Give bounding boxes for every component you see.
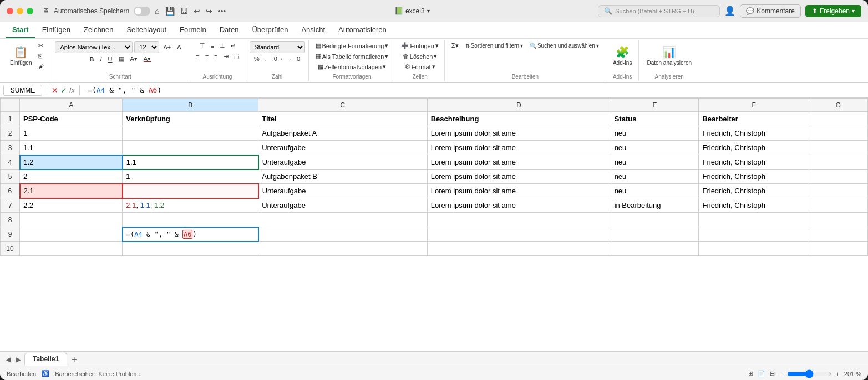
- zoom-slider[interactable]: [787, 369, 831, 378]
- cell-E4[interactable]: neu: [611, 155, 699, 170]
- delete-cells-button[interactable]: 🗑 Löschen ▾: [400, 52, 440, 61]
- tab-draw[interactable]: Zeichnen: [77, 22, 120, 38]
- cell-B5[interactable]: 1: [123, 170, 258, 184]
- bold-button[interactable]: B: [88, 55, 97, 64]
- dropdown-icon[interactable]: ▾: [427, 8, 430, 14]
- number-format-select[interactable]: Standard: [250, 41, 305, 53]
- align-middle-button[interactable]: ≡: [209, 42, 216, 50]
- cell-G8[interactable]: [809, 213, 868, 227]
- undo-icon[interactable]: ↩: [194, 7, 200, 16]
- copy-button[interactable]: ⎘: [36, 52, 47, 60]
- cell-A10[interactable]: [20, 242, 123, 256]
- cell-styles-button[interactable]: ▩ Zellenformatvorlagen ▾: [316, 62, 388, 71]
- tab-insert[interactable]: Einfügen: [35, 22, 77, 38]
- comma-button[interactable]: ,: [263, 54, 269, 63]
- cell-D1[interactable]: Beschreibung: [427, 112, 611, 126]
- cancel-formula-icon[interactable]: ✕: [52, 86, 58, 95]
- merge-button[interactable]: ⬚: [232, 52, 241, 60]
- tab-view[interactable]: Ansicht: [295, 22, 332, 38]
- name-box[interactable]: [3, 85, 42, 96]
- cell-G6[interactable]: [809, 184, 868, 198]
- fill-color-button[interactable]: A▾: [128, 54, 140, 64]
- cell-E2[interactable]: neu: [611, 126, 699, 141]
- share-button[interactable]: ⬆ Freigeben ▾: [805, 5, 861, 17]
- find-select-button[interactable]: 🔍 Suchen und auswählen ▾: [527, 42, 601, 50]
- save-icon[interactable]: 💾: [165, 7, 175, 16]
- increase-decimal-button[interactable]: .0→: [270, 54, 286, 63]
- indent-button[interactable]: ⇥: [221, 52, 231, 61]
- align-bottom-button[interactable]: ⊥: [217, 41, 227, 50]
- cell-B2[interactable]: [123, 126, 258, 141]
- cell-G1[interactable]: [809, 112, 868, 126]
- search-bar[interactable]: 🔍 Suchen (Befehl + STRG + U): [598, 5, 720, 17]
- col-header-E[interactable]: E: [611, 99, 699, 112]
- cell-A1[interactable]: PSP-Code: [20, 112, 123, 126]
- col-header-F[interactable]: F: [699, 99, 809, 112]
- decrease-decimal-button[interactable]: ←.0: [287, 54, 302, 63]
- col-header-D[interactable]: D: [427, 99, 611, 112]
- cell-B4[interactable]: 1.1: [123, 155, 258, 170]
- cell-C9[interactable]: [258, 227, 427, 242]
- confirm-formula-icon[interactable]: ✓: [60, 86, 67, 95]
- close-button[interactable]: [7, 8, 13, 14]
- cell-E9[interactable]: [611, 227, 699, 242]
- tab-data[interactable]: Daten: [213, 22, 246, 38]
- cell-F4[interactable]: Friedrich, Christoph: [699, 155, 809, 170]
- cell-D3[interactable]: Lorem ipsum dolor sit ame: [427, 141, 611, 155]
- cell-D4[interactable]: Lorem ipsum dolor sit ame: [427, 155, 611, 170]
- tab-start[interactable]: Start: [6, 22, 35, 38]
- cell-F8[interactable]: [699, 213, 809, 227]
- cell-C4[interactable]: Unteraufgabe: [258, 155, 427, 170]
- cell-A3[interactable]: 1.1: [20, 141, 123, 155]
- cell-D6[interactable]: Lorem ipsum dolor sit ame: [427, 184, 611, 198]
- save2-icon[interactable]: 🖫: [180, 7, 188, 16]
- cell-B8[interactable]: [123, 213, 258, 227]
- cell-G3[interactable]: [809, 141, 868, 155]
- cell-A7[interactable]: 2.2: [20, 198, 123, 213]
- cell-F6[interactable]: Friedrich, Christoph: [699, 184, 809, 198]
- cell-B7[interactable]: 2.1, 1.1, 1.2: [123, 198, 258, 213]
- cell-C10[interactable]: [258, 242, 427, 256]
- sheet-nav-right[interactable]: ▶: [14, 355, 23, 364]
- cell-A5[interactable]: 2: [20, 170, 123, 184]
- font-name-select[interactable]: Aptos Narrow (Tex...: [55, 41, 133, 53]
- underline-button[interactable]: U: [106, 55, 115, 64]
- zoom-out-icon[interactable]: −: [779, 371, 783, 377]
- tab-review[interactable]: Überprüfen: [245, 22, 295, 38]
- sheet-tab-tabelle1[interactable]: Tabelle1: [24, 353, 67, 366]
- wrap-text-button[interactable]: ↵: [229, 42, 237, 50]
- cell-F9[interactable]: [699, 227, 809, 242]
- cell-G10[interactable]: [809, 242, 868, 256]
- font-color-button[interactable]: A▾: [141, 54, 153, 64]
- cell-E8[interactable]: [611, 213, 699, 227]
- format-cells-button[interactable]: ⚙ Format ▾: [403, 62, 438, 71]
- paste-button[interactable]: 📋 Einfügen: [7, 42, 35, 70]
- cell-F7[interactable]: Friedrich, Christoph: [699, 198, 809, 213]
- align-left-button[interactable]: ≡: [194, 52, 201, 61]
- cell-A6[interactable]: 2.1: [20, 184, 123, 198]
- tab-formulas[interactable]: Formeln: [173, 22, 213, 38]
- tab-layout[interactable]: Seitenlayout: [120, 22, 173, 38]
- addins-button[interactable]: 🧩 Add-Ins: [610, 41, 635, 70]
- cell-G2[interactable]: [809, 126, 868, 141]
- col-header-C[interactable]: C: [258, 99, 427, 112]
- cell-D2[interactable]: Lorem ipsum dolor sit ame: [427, 126, 611, 141]
- cell-C8[interactable]: [258, 213, 427, 227]
- sort-filter-button[interactable]: ⇅ Sortieren und filtern ▾: [463, 42, 525, 50]
- cell-E1[interactable]: Status: [611, 112, 699, 126]
- cell-G4[interactable]: [809, 155, 868, 170]
- align-right-button[interactable]: ≡: [212, 52, 220, 61]
- cell-C2[interactable]: Aufgabenpaket A: [258, 126, 427, 141]
- cell-C1[interactable]: Titel: [258, 112, 427, 126]
- format-painter-button[interactable]: 🖌: [36, 61, 47, 70]
- percent-button[interactable]: %: [252, 54, 262, 63]
- cell-B9[interactable]: =(A4 & ", " & A6): [123, 227, 258, 242]
- tab-automate[interactable]: Automatisieren: [332, 22, 393, 38]
- col-header-A[interactable]: A: [20, 99, 123, 112]
- sheet-nav-left[interactable]: ◀: [3, 355, 13, 364]
- more-icon[interactable]: •••: [218, 7, 226, 16]
- cell-C5[interactable]: Aufgabenpaket B: [258, 170, 427, 184]
- cell-G5[interactable]: [809, 170, 868, 184]
- font-size-select[interactable]: 12: [134, 41, 159, 53]
- cell-B10[interactable]: [123, 242, 258, 256]
